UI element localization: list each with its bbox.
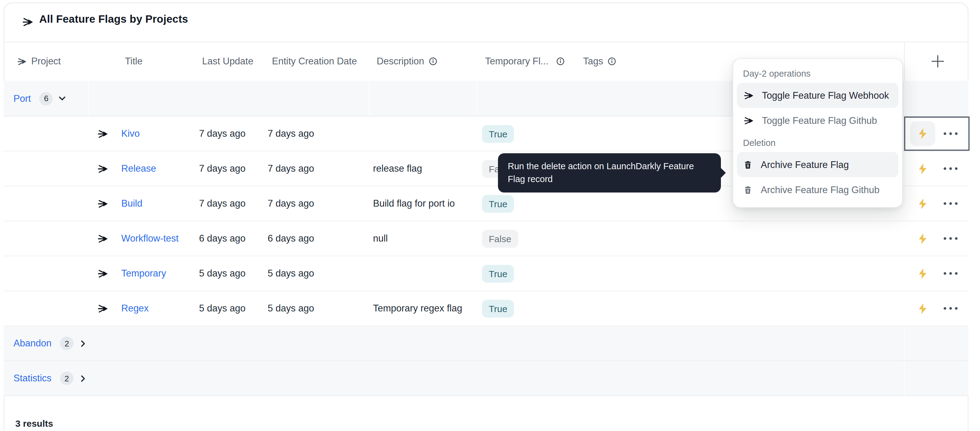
entity-title-link[interactable]: Temporary xyxy=(121,256,166,291)
results-count: 3 results xyxy=(15,418,53,429)
table-row-workflow-test: Workflow-test 6 days ago 6 days ago null… xyxy=(4,221,968,256)
column-project[interactable]: Project xyxy=(16,42,61,81)
page-title: All Feature Flags by Projects xyxy=(39,13,188,26)
menu-item-label: Toggle Feature Flag Github xyxy=(762,115,877,126)
entity-title-link[interactable]: Regex xyxy=(121,291,149,326)
entity-title-link[interactable]: Release xyxy=(121,152,156,186)
title-bar: All Feature Flags by Projects xyxy=(4,2,968,42)
cell-description: Temporary regex flag xyxy=(373,291,462,326)
column-divider xyxy=(904,362,905,396)
group-row-statistics: Statistics 2 xyxy=(4,361,968,396)
temporary-flag-badge: True xyxy=(482,300,514,317)
column-tags[interactable]: Tags xyxy=(583,42,616,81)
column-label: Entity Creation Date xyxy=(272,56,357,67)
menu-section-label: Day-2 operations xyxy=(737,64,899,83)
cell-created: 7 days ago xyxy=(268,187,314,221)
cell-created: 7 days ago xyxy=(268,152,314,186)
column-title[interactable]: Title xyxy=(125,42,142,81)
row-menu-button[interactable] xyxy=(942,232,959,244)
row-actions-cell[interactable] xyxy=(904,187,970,221)
group-count-badge: 2 xyxy=(60,337,73,350)
column-divider xyxy=(88,81,89,115)
entity-title-link[interactable]: Workflow-test xyxy=(121,221,178,255)
blueprint-arrow-icon xyxy=(16,56,27,67)
entity-arrow-icon xyxy=(97,221,108,255)
entity-arrow-icon xyxy=(97,152,108,186)
temporary-flag-badge: True xyxy=(482,265,514,283)
action-arrow-icon xyxy=(743,115,754,126)
cell-created: 5 days ago xyxy=(268,256,314,291)
column-label: Project xyxy=(31,56,61,67)
entity-arrow-icon xyxy=(97,256,108,291)
menu-item-archive-feature-flag[interactable]: Archive Feature Flag xyxy=(737,152,899,177)
run-action-button[interactable] xyxy=(916,162,929,176)
row-menu-button[interactable] xyxy=(942,302,959,314)
cell-description: release flag xyxy=(373,152,422,186)
tooltip: Run the delete action on LaunchDarkly Fe… xyxy=(498,153,721,193)
row-menu-button[interactable] xyxy=(942,267,959,279)
chevron-down-icon[interactable] xyxy=(58,94,67,103)
column-label: Tags xyxy=(583,56,603,67)
menu-item-label: Archive Feature Flag xyxy=(761,159,849,170)
column-last-update[interactable]: Last Update xyxy=(202,42,253,81)
temporary-flag-badge: True xyxy=(482,125,514,142)
info-icon[interactable] xyxy=(428,57,437,65)
temporary-flag-badge: False xyxy=(482,230,518,247)
menu-item-archive-feature-flag-github[interactable]: Archive Feature Flag Github xyxy=(737,177,899,202)
entity-title-link[interactable]: Kivo xyxy=(121,117,140,151)
column-label: Temporary Fl... xyxy=(485,56,549,67)
cell-created: 6 days ago xyxy=(268,221,314,255)
run-action-button[interactable] xyxy=(916,267,929,280)
row-menu-button[interactable] xyxy=(942,163,959,175)
group-link-abandon[interactable]: Abandon xyxy=(13,338,51,349)
feature-flag-icon xyxy=(21,16,34,31)
trash-icon xyxy=(743,160,753,169)
column-label: Last Update xyxy=(202,56,253,67)
run-action-button[interactable] xyxy=(916,302,929,315)
entity-title-link[interactable]: Build xyxy=(121,187,142,221)
column-label: Description xyxy=(377,56,424,67)
group-link-port[interactable]: Port xyxy=(13,93,31,104)
chevron-right-icon[interactable] xyxy=(78,374,88,383)
row-menu-button[interactable] xyxy=(942,128,959,140)
column-divider xyxy=(477,81,477,115)
info-icon[interactable] xyxy=(557,57,565,65)
run-action-button-active[interactable] xyxy=(910,121,935,146)
row-actions-cell[interactable] xyxy=(904,256,970,291)
group-link-statistics[interactable]: Statistics xyxy=(13,373,51,384)
column-temporary-flag[interactable]: Temporary Fl... xyxy=(485,42,565,81)
table-row-temporary: Temporary 5 days ago 5 days ago True xyxy=(4,256,968,291)
run-action-button[interactable] xyxy=(916,232,929,245)
run-action-button[interactable] xyxy=(916,197,929,210)
chevron-right-icon[interactable] xyxy=(78,339,88,348)
cell-description: Build flag for port io xyxy=(373,187,455,221)
menu-item-toggle-feature-flag-webhook[interactable]: Toggle Feature Flag Webhook xyxy=(737,83,899,108)
add-column-button[interactable] xyxy=(929,53,946,70)
row-actions-cell[interactable] xyxy=(904,152,970,186)
cell-created: 5 days ago xyxy=(268,291,314,326)
actions-dropdown-menu: Day-2 operations Toggle Feature Flag Web… xyxy=(733,58,903,208)
cell-last-update: 7 days ago xyxy=(199,187,246,221)
tooltip-text: Run the delete action on LaunchDarkly Fe… xyxy=(508,161,694,184)
cell-description: null xyxy=(373,221,388,255)
group-count-badge: 6 xyxy=(40,92,53,105)
row-menu-button[interactable] xyxy=(942,197,959,210)
cell-last-update: 5 days ago xyxy=(199,291,246,326)
row-actions-cell[interactable] xyxy=(904,221,970,255)
column-description[interactable]: Description xyxy=(377,42,437,81)
cell-last-update: 7 days ago xyxy=(199,152,246,186)
column-divider xyxy=(904,327,905,361)
row-actions-cell-selected[interactable] xyxy=(904,117,970,151)
cell-last-update: 7 days ago xyxy=(199,117,246,151)
column-entity-creation-date[interactable]: Entity Creation Date xyxy=(272,42,357,81)
row-actions-cell[interactable] xyxy=(904,291,970,326)
entity-arrow-icon xyxy=(97,117,108,151)
info-icon[interactable] xyxy=(608,57,616,65)
trash-icon xyxy=(743,185,753,195)
cell-last-update: 5 days ago xyxy=(199,256,246,291)
menu-item-toggle-feature-flag-github[interactable]: Toggle Feature Flag Github xyxy=(737,108,899,133)
cell-last-update: 6 days ago xyxy=(199,221,246,255)
entity-arrow-icon xyxy=(97,291,108,326)
page: All Feature Flags by Projects Project Ti… xyxy=(0,0,980,431)
group-count-badge: 2 xyxy=(60,372,73,385)
